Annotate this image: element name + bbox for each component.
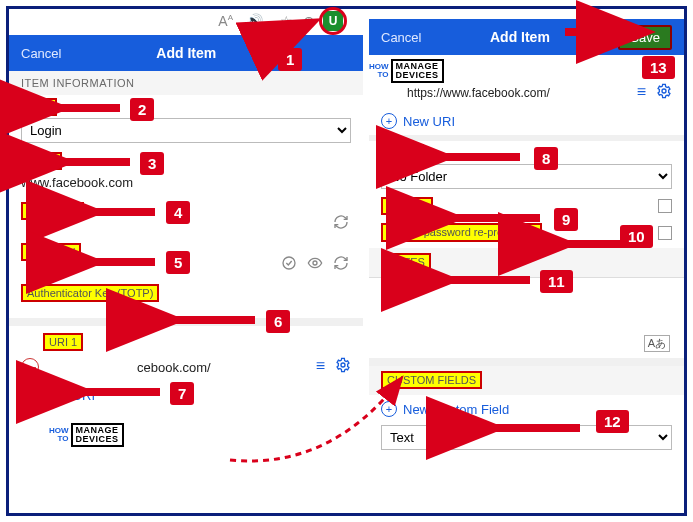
page-title: Add Item <box>61 45 311 61</box>
folder-select[interactable]: No Folder <box>381 164 672 189</box>
svg-point-1 <box>313 261 317 265</box>
folder-label: Folder <box>381 144 424 162</box>
new-uri-link[interactable]: + New URI <box>369 107 684 135</box>
annotation-circle <box>319 7 347 35</box>
section-item-info: ITEM INFORMATION <box>9 71 363 95</box>
font-size-icon: AA <box>218 13 233 29</box>
help-icon[interactable]: ? <box>524 227 536 239</box>
right-header: Cancel Add Item Save <box>369 19 684 55</box>
reprompt-checkbox[interactable] <box>658 226 672 240</box>
totp-label: Authenticator Key (TOTP) <box>21 284 159 302</box>
uri1-value[interactable]: cebook.com/ <box>137 360 211 375</box>
generate-icon[interactable] <box>333 214 349 234</box>
uri-value[interactable]: https://www.facebook.com/ <box>407 86 550 100</box>
plus-icon: + <box>381 113 397 129</box>
username-label: Username <box>21 202 84 220</box>
type-label: Type <box>21 98 57 116</box>
cancel-button[interactable]: Cancel <box>21 46 61 61</box>
uri-menu-icon[interactable]: ≡ <box>637 83 646 103</box>
svg-point-3 <box>662 89 666 93</box>
page-title: Add Item <box>421 29 618 45</box>
favorite-star-icon: ☆ <box>280 13 293 29</box>
type-select[interactable]: Login <box>21 118 351 143</box>
notes-label: NOTES <box>381 253 431 271</box>
notes-textarea[interactable] <box>381 284 672 348</box>
name-label: Name <box>21 152 62 170</box>
check-icon[interactable] <box>281 255 297 275</box>
plus-icon: + <box>21 387 37 403</box>
favorite-label: Favorite <box>381 197 433 215</box>
new-custom-field-link[interactable]: + New Custom Field <box>369 395 684 423</box>
uri1-label: URI 1 <box>43 333 83 351</box>
plus-icon: + <box>381 401 397 417</box>
custom-field-type-select[interactable]: Text <box>381 425 672 450</box>
custom-fields-label: CUSTOM FIELDS <box>381 371 482 389</box>
favorite-checkbox[interactable] <box>658 199 672 213</box>
uri-settings-icon[interactable] <box>335 357 351 377</box>
reprompt-label: Master password re-prompt? <box>381 223 542 242</box>
brand-logo: HOWTOMANAGEDEVICES <box>49 423 124 447</box>
read-aloud-icon: 🔊 <box>246 13 263 29</box>
name-value[interactable]: www.facebook.com <box>21 172 351 193</box>
remove-uri-icon[interactable]: — <box>21 358 39 376</box>
uri-menu-icon[interactable]: ≡ <box>316 357 325 377</box>
visibility-icon[interactable] <box>307 255 323 275</box>
generate-icon[interactable] <box>333 255 349 275</box>
password-label: Password <box>21 243 81 261</box>
add-tab-icon: ⊕ <box>303 13 315 29</box>
left-header: Cancel Add Item <box>9 35 363 71</box>
new-uri-link[interactable]: + New URI <box>9 381 363 409</box>
svg-point-2 <box>341 363 345 367</box>
save-button[interactable]: Save <box>618 25 672 50</box>
svg-point-0 <box>283 257 295 269</box>
cancel-button[interactable]: Cancel <box>381 30 421 45</box>
brand-logo: HOWTOMANAGEDEVICES <box>369 59 444 83</box>
spellcheck-icon[interactable]: Aあ <box>644 335 670 352</box>
uri-settings-icon[interactable] <box>656 83 672 103</box>
